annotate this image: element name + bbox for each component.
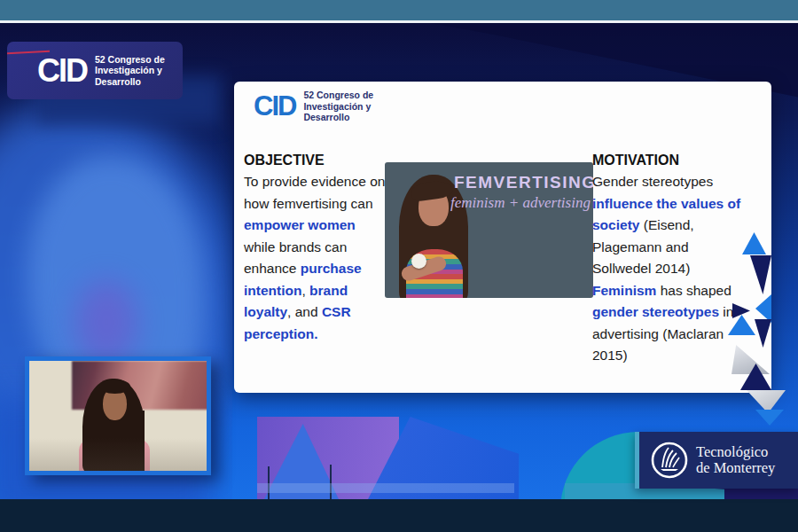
top-teal-strip [0, 0, 798, 20]
webcam-video [29, 361, 207, 471]
slide-congress-subtitle: 52 Congreso de Investigación y Desarroll… [303, 90, 373, 123]
mast-line [330, 465, 332, 500]
motivation-text: Gender stereotypes influence the values … [592, 171, 748, 366]
tec-swan-icon [650, 441, 689, 480]
objective-heading: OBJECTIVE [244, 149, 388, 171]
motivation-heading: MOTIVATION [592, 149, 748, 171]
femvertising-title: FEMVERTISING [454, 173, 589, 192]
top-white-line [0, 20, 798, 23]
congress-logo-badge: CID 52 Congreso de Investigación y Desar… [7, 42, 183, 99]
mosaic-triangle [755, 319, 771, 348]
mosaic-triangle [750, 255, 771, 294]
femvertising-subtitle: feminism + advertising [450, 194, 591, 212]
congress-subtitle: 52 Congreso de Investigación y Desarroll… [95, 54, 165, 88]
presentation-slide: CID 52 Congreso de Investigación y Desar… [234, 82, 771, 393]
femvertising-image: FEMVERTISING feminism + advertising [385, 162, 593, 298]
mosaic-triangle [732, 345, 770, 374]
webcam-shading [29, 438, 207, 471]
bottom-navy-strip [0, 499, 798, 532]
baseball-icon [411, 254, 426, 269]
objective-text: To provide evidence on how femvertising … [244, 171, 388, 345]
speaker-webcam-tile [25, 356, 211, 475]
cid-logo-icon: CID [254, 92, 295, 120]
cid-logo-icon: CID [37, 55, 87, 87]
motivation-section: MOTIVATION Gender stereotypes influence … [592, 149, 748, 367]
presentation-stage: CID 52 Congreso de Investigación y Desar… [0, 0, 798, 532]
objective-section: OBJECTIVE To provide evidence on how fem… [244, 149, 388, 345]
slide-congress-logo: CID 52 Congreso de Investigación y Desar… [254, 90, 373, 123]
tec-de-monterrey-badge: Tecnológico de Monterrey [635, 432, 798, 489]
light-band-decoration [257, 483, 514, 493]
tec-wordmark: Tecnológico de Monterrey [696, 444, 775, 477]
mosaic-triangle [755, 294, 771, 323]
